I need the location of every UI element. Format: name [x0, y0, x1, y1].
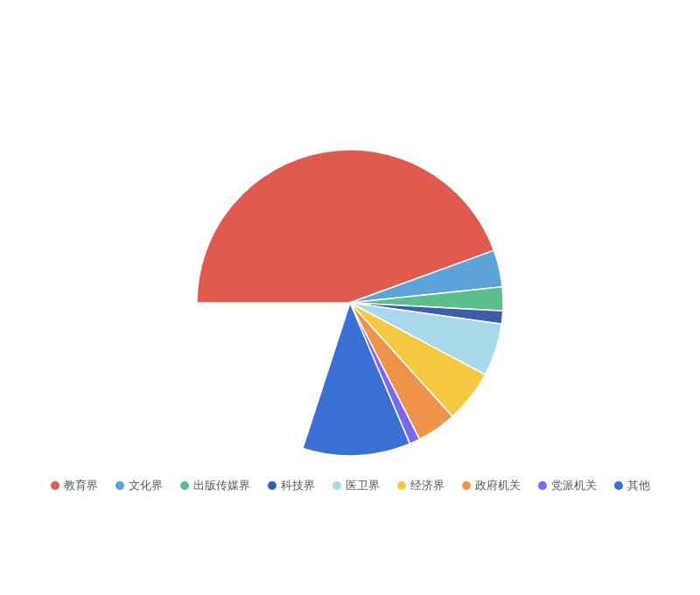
legend-label: 政府机关: [475, 478, 521, 494]
legend-color-dot: [51, 481, 60, 490]
legend-label: 其他: [627, 478, 650, 494]
legend-color-dot: [614, 481, 623, 490]
legend-color-dot: [116, 481, 124, 490]
pie-chart: [131, 128, 569, 460]
legend-color-dot: [180, 481, 189, 490]
legend-item: 政府机关: [462, 478, 521, 494]
legend-item: 经济界: [397, 478, 444, 494]
legend-label: 医卫界: [346, 478, 380, 494]
legend-label: 科技界: [281, 478, 315, 494]
pie-container: [131, 128, 569, 460]
legend-item: 教育界: [51, 478, 98, 494]
legend-label: 党派机关: [551, 478, 597, 494]
chart-area: 教育界文化界出版传媒界科技界医卫界经济界政府机关党派机关其他: [35, 44, 665, 578]
legend: 教育界文化界出版传媒界科技界医卫界经济界政府机关党派机关其他: [51, 478, 650, 502]
legend-color-dot: [268, 481, 276, 490]
page: 教育界文化界出版传媒界科技界医卫界经济界政府机关党派机关其他: [0, 0, 700, 595]
legend-color-dot: [462, 481, 471, 490]
legend-color-dot: [332, 481, 341, 490]
legend-label: 教育界: [64, 478, 98, 494]
legend-item: 文化界: [116, 478, 163, 494]
legend-item: 出版传媒界: [180, 478, 250, 494]
legend-label: 文化界: [129, 478, 163, 494]
legend-item: 科技界: [268, 478, 315, 494]
legend-color-dot: [397, 481, 406, 490]
legend-item: 党派机关: [538, 478, 597, 494]
legend-color-dot: [538, 481, 547, 490]
legend-item: 医卫界: [332, 478, 380, 494]
legend-label: 经济界: [410, 478, 444, 494]
legend-item: 其他: [614, 478, 650, 494]
legend-label: 出版传媒界: [193, 478, 250, 494]
